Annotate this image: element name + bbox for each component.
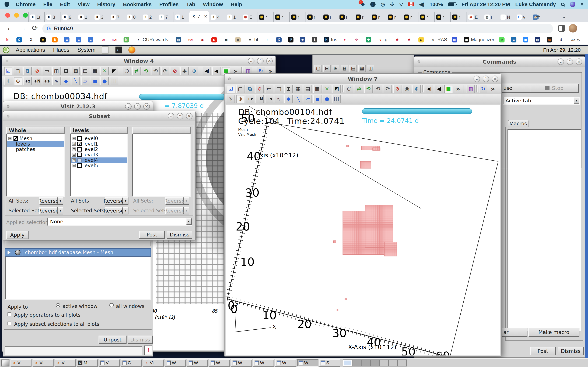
toolbar-icon-clone-window[interactable]: ⧉ <box>24 67 32 75</box>
mac-menu-item[interactable]: File <box>43 1 52 7</box>
toolbar-icon-stop[interactable]: ■ <box>444 85 453 93</box>
browser-tab[interactable]: X 6 <box>61 12 77 22</box>
maximize-button[interactable]: ⌃ <box>134 103 141 109</box>
toolbar-icon-zoom-z[interactable]: +z <box>24 77 32 85</box>
toolbar-icon-spreadsheet-pick[interactable]: +s <box>43 77 51 85</box>
browser-tab[interactable]: ✽ r <box>354 12 370 22</box>
window-menu-icon[interactable] <box>417 60 420 63</box>
bookmark-item[interactable]: X <box>28 37 35 42</box>
reload-button[interactable]: ⟳ <box>32 24 38 32</box>
maximize-window-button[interactable] <box>23 13 28 18</box>
window-menu-icon[interactable] <box>7 115 9 117</box>
browser-tab[interactable]: X 3 <box>93 12 109 22</box>
toolbar-icon-clear-plots[interactable]: ✕ <box>100 67 109 75</box>
taskbar-window-button[interactable]: W... <box>275 359 296 367</box>
toolbar-separator[interactable] <box>422 85 424 92</box>
bookmark-item[interactable]: ✽ <box>40 37 47 42</box>
close-button[interactable]: ✕ <box>492 75 498 82</box>
workspace-2[interactable] <box>352 359 361 367</box>
toolbar-icon-perspective[interactable]: ⬡ <box>345 85 353 93</box>
bookmark-item[interactable]: ⁕ <box>342 37 349 42</box>
level-checkbox[interactable] <box>77 158 82 162</box>
toolbar-icon-overflow-2[interactable]: » <box>489 85 497 93</box>
taskbar-window-button[interactable]: W... <box>187 359 208 367</box>
show-desktop-icon[interactable] <box>1 359 9 367</box>
toolbar-icon-plane-tool[interactable]: ▱ <box>304 95 312 103</box>
browser-tab[interactable]: ✽ r <box>257 12 273 22</box>
bookmark-item[interactable]: M <box>5 37 12 42</box>
toolbar-icon-lock-view[interactable]: ⊘ <box>393 85 401 93</box>
terminal-icon[interactable]: ›_ <box>115 47 122 53</box>
bookmark-item[interactable]: ✚ <box>366 37 373 42</box>
toolbar-icon-layout-1x1[interactable]: ▭ <box>265 85 273 93</box>
browser-tab[interactable]: X 3 <box>44 12 61 22</box>
mac-menu-item[interactable]: Edit <box>60 1 70 7</box>
menubar-clock[interactable]: Fri Apr 29 12:20 PM <box>461 1 510 7</box>
workspace-extra-3[interactable] <box>398 359 407 367</box>
address-bar-text[interactable]: Run049 <box>54 25 73 32</box>
browser-tab[interactable]: X 1 <box>77 12 93 22</box>
dismiss-button[interactable]: Dismiss <box>558 347 584 355</box>
taskbar-window-button[interactable]: S... <box>319 359 340 367</box>
bookmark-item[interactable]: ★ <box>300 37 307 42</box>
toolbar-icon-node-pick[interactable]: +N <box>33 77 41 85</box>
tab-close-icon[interactable]: ✕ <box>204 14 207 19</box>
maximize-button[interactable]: ⌃ <box>483 75 489 82</box>
toolbar-icon-recenter-view[interactable]: ⟲ <box>364 85 372 93</box>
taskbar-window-button[interactable]: X Vi... <box>143 359 164 367</box>
browser-tab[interactable]: X 7 <box>157 12 173 22</box>
taskbar-window-button[interactable]: X Vi... <box>55 359 76 367</box>
apply-active-window-radio[interactable] <box>56 303 60 307</box>
bookmark-item[interactable]: B <box>52 37 59 42</box>
bookmark-item[interactable]: TSN <box>100 37 107 42</box>
toolbar-icon-layout-2x2[interactable]: ⊞ <box>62 67 70 75</box>
forward-button[interactable]: → <box>19 24 26 32</box>
bookmark-item[interactable]: a <box>76 37 83 42</box>
all-sets-reverse-button-1[interactable]: Reverse <box>39 197 58 205</box>
bookmark-item[interactable]: ☆ <box>354 37 361 42</box>
all-sets-reverse-arrow-2[interactable]: ▼ <box>123 197 129 205</box>
toolbar-icon-pick[interactable]: ◆ <box>62 77 70 85</box>
dismiss-button[interactable]: Dismiss <box>167 231 192 239</box>
bookmark-item[interactable]: X <box>276 37 283 42</box>
toolbar-icon-navigate[interactable]: ✳ <box>4 77 12 85</box>
toolbar-icon-zoom[interactable]: ⊕ <box>14 77 22 85</box>
gnome-menu-item[interactable]: Applications <box>16 47 45 53</box>
toolbar-icon-recenter-view[interactable]: ⟲ <box>142 67 150 75</box>
taskbar-window-button[interactable]: W... <box>231 359 252 367</box>
workspace-extra-1[interactable] <box>379 359 389 367</box>
bookmark-item[interactable]: ⊙ <box>418 37 426 42</box>
post-button[interactable]: Post <box>530 347 556 355</box>
taskbar-window-button[interactable]: W... <box>209 359 230 367</box>
bookmark-item[interactable]: ▶ <box>211 37 219 42</box>
updates-icon[interactable]: ❖3 <box>361 1 365 7</box>
mac-menu-item[interactable]: View <box>78 1 90 7</box>
browser-tab[interactable]: X 1 <box>173 12 189 22</box>
mac-menu-item[interactable]: History <box>97 1 115 7</box>
toolbar-icon-color-tables[interactable]: ▥ <box>467 85 475 93</box>
taskbar-window-button[interactable]: W... <box>253 359 274 367</box>
toolbar-icon-lineout[interactable]: ∿ <box>52 77 61 85</box>
bookmark-item[interactable]: ✳ RAS <box>430 37 447 42</box>
applied-selection-combo[interactable]: None <box>47 217 192 226</box>
level-row[interactable]: ⊞ level0 <box>71 136 127 141</box>
browser-tab[interactable]: ◍ r <box>483 12 499 22</box>
level-row[interactable]: ⊞ level1 <box>71 141 127 147</box>
toolbar-icon-layout-2x3[interactable]: ▦ <box>72 67 80 75</box>
toolbar-icon-overflow[interactable]: » <box>454 85 462 93</box>
post-button[interactable]: Post <box>139 231 165 239</box>
toolbar-icon-box-tool[interactable]: ◼ <box>91 77 99 85</box>
window-menu-icon[interactable] <box>7 105 9 108</box>
subset-titlebar[interactable]: Subset ⌄ ⌃ ✕ <box>3 111 195 121</box>
shade-button[interactable]: ⌄ <box>125 103 132 109</box>
toolbar-icon-pick[interactable]: ◆ <box>284 95 293 103</box>
toolbar-icon-line-tool[interactable]: ╲ <box>294 95 302 103</box>
canada-flag-icon[interactable]: ✦ <box>408 2 414 6</box>
toolbar-icon-rotate-view[interactable]: ↻ <box>479 85 487 93</box>
whole-panel-list[interactable]: ⊟ Mesh levels patches <box>6 134 65 197</box>
gnome-clock[interactable]: Fri Apr 29, 12:20 <box>543 47 581 53</box>
workspace-extra-2[interactable] <box>389 359 398 367</box>
distro-logo-icon[interactable] <box>3 47 9 53</box>
level-checkbox[interactable] <box>77 163 82 168</box>
toolbar-icon-undo-view[interactable]: ⟲ <box>152 67 160 75</box>
